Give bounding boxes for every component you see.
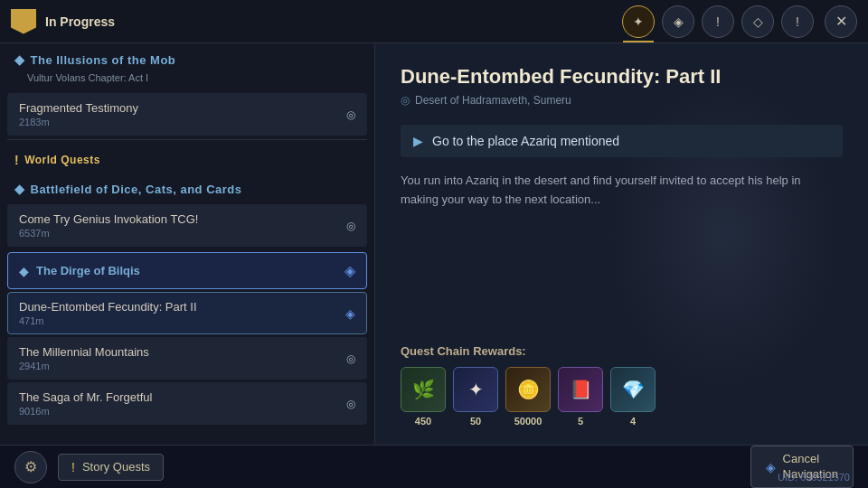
- status-label: In Progress: [45, 14, 622, 29]
- reward-icon-book: 📕: [558, 367, 603, 412]
- reward-count-4: 5: [578, 416, 583, 427]
- settings-button[interactable]: ⚙: [14, 451, 47, 483]
- bottom-bar: ⚙ ! Story Quests ◈ CancelNavigation UID:…: [0, 445, 868, 488]
- reward-count-1: 450: [415, 416, 431, 427]
- reward-mora: 🪙 50000: [505, 367, 551, 427]
- quest-pin-mf: ◎: [346, 398, 355, 410]
- close-button[interactable]: ✕: [825, 5, 857, 38]
- quest-fragmented-testimony[interactable]: Fragmented Testimony 2183m ◎: [7, 93, 367, 136]
- cancel-nav-icon: ◈: [766, 460, 776, 474]
- reward-adventurer-xp: 🌿 450: [401, 367, 446, 427]
- nav-compass-btn[interactable]: ◈: [662, 5, 694, 38]
- quest-dist: 2183m: [19, 117, 138, 127]
- reward-icon-mora: 🪙: [505, 367, 551, 412]
- world-icon: !: [14, 153, 19, 167]
- chapter-icon: ◆: [14, 52, 25, 67]
- quest-detail-title: Dune-Entombed Fecundity: Part II: [401, 65, 843, 89]
- quest-location: ◎ Desert of Hadramaveth, Sumeru: [401, 94, 843, 107]
- reward-book: 📕 5: [558, 367, 603, 427]
- main-content: ◆ The Illusions of the Mob Vultur Volans…: [0, 43, 868, 445]
- right-panel: Dune-Entombed Fecundity: Part II ◎ Deser…: [375, 43, 868, 445]
- chapter-battlefield-header: ◆ Battlefield of Dice, Cats, and Cards: [0, 173, 374, 202]
- quest-dist-mf: 9016m: [19, 406, 152, 417]
- quest-diamond-icon: ◈: [345, 306, 355, 321]
- left-panel: ◆ The Illusions of the Mob Vultur Volans…: [0, 43, 375, 445]
- quest-dune-entombed[interactable]: Dune-Entombed Fecundity: Part II 471m ◈: [7, 292, 367, 334]
- location-pin-icon: ◎: [401, 94, 410, 107]
- quest-pin-mm: ◎: [346, 352, 355, 365]
- world-quests-header: ! World Quests: [0, 144, 374, 173]
- settings-icon: ⚙: [24, 458, 37, 475]
- rewards-title: Quest Chain Rewards:: [401, 344, 843, 358]
- chapter-illusions-header: ◆ The Illusions of the Mob: [0, 43, 374, 72]
- nav-icons: ✦ ◈ ! ◇ !: [622, 5, 814, 38]
- reward-crystal: 💎 4: [610, 367, 656, 427]
- chapter-dirge-icon: ◆: [19, 264, 29, 278]
- divider: [7, 139, 367, 140]
- location-text: Desert of Hadramaveth, Sumeru: [415, 94, 571, 107]
- quest-name-mf: The Saga of Mr. Forgetful: [19, 390, 152, 404]
- reward-count-2: 50: [470, 416, 481, 427]
- chapter-illusions-subtitle: Vultur Volans Chapter: Act I: [0, 72, 374, 90]
- bottom-left: ⚙ ! Story Quests: [14, 451, 164, 483]
- chapter-dirge-title: The Dirge of Bilqis: [36, 264, 140, 277]
- nav-bell-btn[interactable]: !: [702, 5, 734, 38]
- quest-dist-dune: 471m: [19, 315, 197, 326]
- quest-pin-tcg: ◎: [346, 220, 355, 232]
- chapter-illusions-title: The Illusions of the Mob: [31, 53, 176, 67]
- reward-primogem: ✦ 50: [453, 367, 498, 427]
- quest-name-mm: The Millennial Mountains: [19, 345, 149, 359]
- nav-excl-btn[interactable]: !: [781, 5, 814, 38]
- quest-tcg[interactable]: Come Try Genius Invokation TCG! 6537m ◎: [7, 204, 367, 247]
- quest-description: You run into Azariq in the desert and fi…: [401, 172, 835, 210]
- world-quests-label: World Quests: [24, 154, 100, 166]
- chapter-icon-2: ◆: [14, 182, 25, 196]
- quest-name-tcg: Come Try Genius Invokation TCG!: [19, 212, 198, 226]
- objective-text: Go to the place Azariq mentioned: [432, 134, 619, 148]
- story-quests-icon: !: [71, 460, 75, 474]
- quest-millennial-mountains[interactable]: The Millennial Mountains 2941m ◎: [7, 337, 367, 380]
- quest-dist-tcg: 6537m: [19, 228, 198, 239]
- uid-text: UID: 600321570: [778, 472, 850, 483]
- chapter-dirge-header[interactable]: ◆ The Dirge of Bilqis ◈: [7, 252, 367, 289]
- reward-icon-adventurer: 🌿: [401, 367, 446, 412]
- chapter-dirge-arrow: ◈: [344, 262, 355, 279]
- nav-map-btn[interactable]: ◇: [741, 5, 774, 38]
- quest-name-dune: Dune-Entombed Fecundity: Part II: [19, 300, 197, 314]
- quest-mr-forgetful[interactable]: The Saga of Mr. Forgetful 9016m ◎: [7, 382, 367, 425]
- story-quests-button[interactable]: ! Story Quests: [58, 454, 164, 481]
- quest-dist-mm: 2941m: [19, 361, 149, 371]
- quest-pin-icon: ◎: [346, 108, 355, 121]
- rewards-row: 🌿 450 ✦ 50 🪙 50000 📕 5 💎 4: [401, 367, 843, 427]
- story-quests-label: Story Quests: [82, 460, 150, 474]
- reward-icon-crystal: 💎: [610, 367, 656, 412]
- reward-icon-primogem: ✦: [453, 367, 498, 412]
- quest-flag-icon: [11, 9, 36, 34]
- rewards-section: Quest Chain Rewards: 🌿 450 ✦ 50 🪙 50000 …: [401, 344, 843, 427]
- objective-arrow-icon: ▶: [413, 134, 423, 148]
- nav-quest-btn[interactable]: ✦: [622, 5, 655, 38]
- reward-count-5: 4: [630, 416, 636, 427]
- top-bar: In Progress ✦ ◈ ! ◇ ! ✕: [0, 0, 868, 43]
- current-objective: ▶ Go to the place Azariq mentioned: [401, 125, 843, 157]
- reward-count-3: 50000: [514, 416, 542, 427]
- chapter-battlefield-title: Battlefield of Dice, Cats, and Cards: [31, 183, 242, 196]
- quest-name: Fragmented Testimony: [19, 101, 138, 115]
